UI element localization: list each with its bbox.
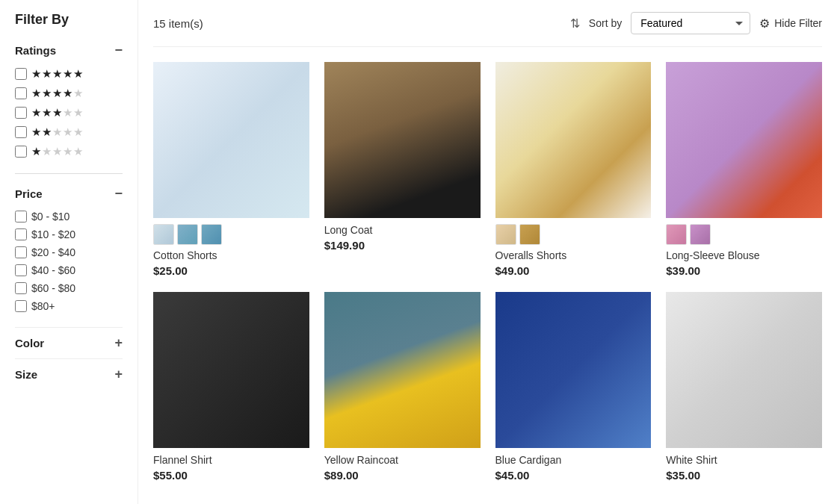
price-range-label: $0 - $10 bbox=[31, 211, 70, 223]
sort-select-wrapper: Featured Price: Low to High Price: High … bbox=[631, 12, 750, 34]
size-filter-header[interactable]: Size + bbox=[15, 358, 123, 390]
price-row-20-40: $20 - $40 bbox=[15, 246, 123, 258]
size-label: Size bbox=[15, 368, 37, 381]
hide-filter-button[interactable]: ⚙ Hide Filter bbox=[759, 16, 822, 31]
color-swatch[interactable] bbox=[153, 224, 174, 245]
rating-checkbox-3[interactable] bbox=[15, 107, 27, 119]
star: ★ bbox=[73, 145, 83, 158]
price-range-label: $10 - $20 bbox=[31, 228, 75, 240]
color-swatch[interactable] bbox=[201, 224, 222, 245]
price-row-10-20: $10 - $20 bbox=[15, 228, 123, 240]
color-swatches-overalls bbox=[495, 224, 652, 245]
star: ★ bbox=[31, 145, 41, 158]
price-checkbox-20-40[interactable] bbox=[15, 246, 27, 258]
product-name: Overalls Shorts bbox=[495, 249, 652, 261]
product-card-long-sleeve-blouse[interactable]: Long-Sleeve Blouse $39.00 bbox=[666, 62, 822, 277]
rating-row-1: ★ ★ ★ ★ ★ bbox=[15, 145, 123, 158]
sort-label: Sort by bbox=[589, 17, 622, 29]
rating-checkbox-5[interactable] bbox=[15, 68, 27, 80]
product-card-flannel-shirt[interactable]: Flannel Shirt $55.00 bbox=[153, 292, 309, 482]
star: ★ bbox=[31, 125, 41, 139]
product-price: $149.90 bbox=[324, 239, 481, 252]
rating-checkbox-1[interactable] bbox=[15, 146, 27, 158]
price-row-80-plus: $80+ bbox=[15, 300, 123, 312]
sort-icon: ⇅ bbox=[570, 16, 580, 31]
product-name: Long Coat bbox=[324, 224, 481, 236]
product-price: $39.00 bbox=[666, 264, 822, 277]
color-expand-icon: + bbox=[114, 335, 123, 351]
product-card-yellow-raincoat[interactable]: Yellow Raincoat $89.00 bbox=[324, 292, 481, 482]
star: ★ bbox=[42, 106, 52, 119]
product-card-blue-cardigan[interactable]: Blue Cardigan $45.00 bbox=[495, 292, 652, 482]
rating-checkbox-4[interactable] bbox=[15, 87, 27, 99]
star: ★ bbox=[63, 125, 72, 139]
product-image-blue-cardigan bbox=[495, 292, 652, 448]
price-checkbox-0-10[interactable] bbox=[15, 211, 27, 223]
product-image-long-sleeve-blouse bbox=[666, 62, 822, 218]
ratings-filter: Ratings − ★ ★ ★ ★ ★ ★ ★ ★ bbox=[15, 43, 123, 158]
sort-select[interactable]: Featured Price: Low to High Price: High … bbox=[631, 12, 750, 34]
star: ★ bbox=[52, 67, 62, 81]
product-image-flannel-shirt bbox=[153, 292, 309, 448]
product-card-overalls-shorts[interactable]: Overalls Shorts $49.00 bbox=[495, 62, 652, 277]
color-swatch[interactable] bbox=[519, 224, 540, 245]
price-row-0-10: $0 - $10 bbox=[15, 211, 123, 223]
price-range-label: $40 - $60 bbox=[31, 264, 75, 276]
ratings-label: Ratings bbox=[15, 44, 56, 57]
star: ★ bbox=[63, 67, 72, 81]
color-swatch[interactable] bbox=[690, 224, 711, 245]
price-label: Price bbox=[15, 187, 43, 200]
product-name: Flannel Shirt bbox=[153, 454, 309, 466]
product-price: $25.00 bbox=[153, 264, 309, 277]
sidebar-title: Filter By bbox=[15, 12, 123, 28]
price-checkbox-80-plus[interactable] bbox=[15, 300, 27, 312]
ratings-filter-header[interactable]: Ratings − bbox=[15, 43, 123, 58]
price-filter-header[interactable]: Price − bbox=[15, 186, 123, 202]
price-checkbox-10-20[interactable] bbox=[15, 228, 27, 240]
product-name: Blue Cardigan bbox=[495, 454, 652, 466]
hide-filter-label: Hide Filter bbox=[774, 17, 822, 29]
product-name: White Shirt bbox=[666, 454, 822, 466]
price-filter: Price − $0 - $10 $10 - $20 $20 - $40 $40… bbox=[15, 186, 123, 312]
price-range-label: $60 - $80 bbox=[31, 282, 75, 294]
stars-5: ★ ★ ★ ★ ★ bbox=[31, 67, 83, 81]
color-swatches-blouse bbox=[666, 224, 822, 245]
product-price: $49.00 bbox=[495, 264, 652, 277]
star: ★ bbox=[52, 106, 62, 119]
sort-controls: ⇅ Sort by Featured Price: Low to High Pr… bbox=[570, 12, 822, 34]
item-count: 15 item(s) bbox=[153, 17, 203, 30]
product-card-cotton-shorts[interactable]: Cotton Shorts $25.00 bbox=[153, 62, 309, 277]
size-expand-icon: + bbox=[114, 367, 123, 382]
stars-4: ★ ★ ★ ★ ★ bbox=[31, 87, 83, 100]
rating-checkbox-2[interactable] bbox=[15, 126, 27, 138]
product-image-long-coat bbox=[324, 62, 481, 218]
rating-row-3: ★ ★ ★ ★ ★ bbox=[15, 106, 123, 119]
main-content: 15 item(s) ⇅ Sort by Featured Price: Low… bbox=[138, 0, 837, 504]
color-swatch[interactable] bbox=[495, 224, 516, 245]
stars-1: ★ ★ ★ ★ ★ bbox=[31, 145, 83, 158]
price-checkbox-60-80[interactable] bbox=[15, 282, 27, 294]
color-swatch[interactable] bbox=[666, 224, 687, 245]
price-row-40-60: $40 - $60 bbox=[15, 264, 123, 276]
main-header: 15 item(s) ⇅ Sort by Featured Price: Low… bbox=[153, 0, 822, 47]
star: ★ bbox=[73, 125, 83, 139]
color-label: Color bbox=[15, 337, 44, 349]
price-collapse-icon: − bbox=[114, 186, 123, 202]
price-range-label: $80+ bbox=[31, 300, 55, 312]
product-card-white-shirt[interactable]: White Shirt $35.00 bbox=[666, 292, 822, 482]
star: ★ bbox=[42, 67, 52, 81]
rating-row-5: ★ ★ ★ ★ ★ bbox=[15, 67, 123, 81]
rating-row-2: ★ ★ ★ ★ ★ bbox=[15, 125, 123, 139]
star: ★ bbox=[42, 125, 52, 139]
color-filter-header[interactable]: Color + bbox=[15, 327, 123, 358]
product-price: $45.00 bbox=[495, 469, 652, 482]
product-price: $89.00 bbox=[324, 469, 481, 482]
color-swatches-cotton-shorts bbox=[153, 224, 309, 245]
price-checkbox-40-60[interactable] bbox=[15, 264, 27, 276]
star: ★ bbox=[52, 145, 62, 158]
price-range-label: $20 - $40 bbox=[31, 246, 75, 258]
color-swatch[interactable] bbox=[177, 224, 198, 245]
rating-row-4: ★ ★ ★ ★ ★ bbox=[15, 87, 123, 100]
product-card-long-coat[interactable]: Long Coat $149.90 bbox=[324, 62, 481, 277]
star: ★ bbox=[63, 145, 72, 158]
